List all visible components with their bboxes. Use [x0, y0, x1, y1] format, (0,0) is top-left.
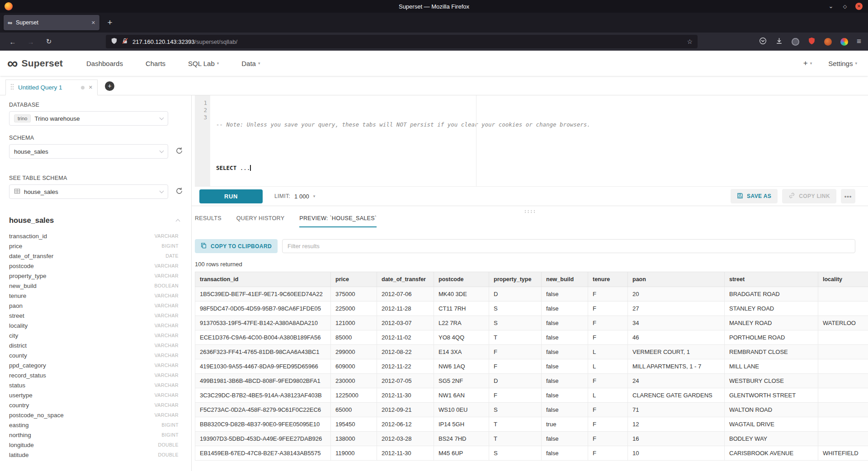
grid-column-header[interactable]: date_of_transfer — [377, 272, 434, 287]
grid-cell: BS24 7HD — [434, 432, 489, 446]
firefox-logo-icon — [5, 2, 13, 10]
new-item-menu[interactable]: +▾ — [803, 59, 812, 68]
grid-cell: WAGTAIL DRIVE — [725, 417, 818, 432]
table-column-row: easting BIGINT — [9, 420, 179, 430]
grid-cell: false — [542, 432, 588, 446]
extension-pinwheel-icon[interactable] — [840, 38, 848, 46]
reload-icon[interactable]: ↻ — [42, 38, 56, 46]
query-tab[interactable]: Untitled Query 1 ✕ — [5, 80, 98, 95]
pocket-icon[interactable] — [759, 37, 767, 47]
window-minimize-icon[interactable]: ⌄ — [827, 3, 835, 10]
tab-query-history[interactable]: QUERY HISTORY — [236, 215, 284, 227]
column-type: VARCHAR — [155, 233, 179, 239]
drag-grip-icon[interactable] — [10, 84, 14, 92]
grid-cell — [818, 432, 868, 446]
window-maximize-icon[interactable]: ◇ — [841, 3, 849, 10]
nav-item-sql-lab[interactable]: SQL Lab▾ — [188, 60, 219, 67]
nav-item-dashboards[interactable]: Dashboards — [86, 60, 123, 67]
query-tab-close-icon[interactable]: ✕ — [89, 85, 93, 90]
browser-tab[interactable]: ∞ Superset ✕ — [4, 15, 99, 30]
grid-cell: F — [588, 403, 628, 417]
grid-column-header[interactable]: property_type — [489, 272, 542, 287]
line-number: 1 — [195, 99, 207, 107]
column-type: VARCHAR — [155, 363, 179, 368]
grid-cell: NW6 1AQ — [434, 359, 489, 374]
grid-column-header[interactable]: new_build — [542, 272, 588, 287]
grid-cell: 225000 — [331, 301, 377, 316]
table-column-row: new_build BOOLEAN — [9, 281, 179, 291]
grid-cell: L — [588, 359, 628, 374]
downloads-icon[interactable] — [775, 37, 783, 47]
database-select-value: Trino warehouse — [34, 115, 80, 122]
save-as-button[interactable]: SAVE AS — [731, 189, 778, 203]
run-button[interactable]: RUN — [199, 189, 263, 203]
extension-badger-icon[interactable] — [824, 38, 832, 46]
menu-icon[interactable]: ≡ — [857, 37, 861, 46]
grid-cell — [818, 417, 868, 432]
chevron-down-icon — [160, 116, 164, 120]
table-column-row: county VARCHAR — [9, 350, 179, 360]
nav-item-data[interactable]: Data▾ — [241, 60, 260, 67]
grid-column-header[interactable]: locality — [818, 272, 868, 287]
query-tab-bar: Untitled Query 1 ✕ + — [0, 76, 868, 95]
grid-cell: false — [542, 316, 588, 330]
grid-cell: REMBRANDT CLOSE — [725, 345, 818, 359]
grid-column-header[interactable]: price — [331, 272, 377, 287]
column-type: VARCHAR — [155, 343, 179, 348]
table-select[interactable]: house_sales — [9, 184, 168, 199]
browser-tab-close-icon[interactable]: ✕ — [91, 20, 95, 26]
grid-cell: YO8 4QQ — [434, 330, 489, 345]
copy-link-button[interactable]: COPY LINK — [782, 189, 836, 203]
window-close-icon[interactable]: ✕ — [855, 3, 863, 10]
forward-icon[interactable]: → — [24, 38, 38, 46]
database-select[interactable]: trino Trino warehouse — [9, 111, 168, 126]
filter-results-input[interactable] — [282, 239, 855, 253]
grid-cell: 2012-06-12 — [377, 417, 434, 432]
refresh-schema-icon[interactable] — [175, 147, 183, 156]
settings-menu[interactable]: Settings▾ — [828, 60, 857, 67]
add-query-tab-button[interactable]: + — [105, 81, 114, 91]
more-options-button[interactable]: ••• — [841, 189, 855, 203]
grid-column-header[interactable]: postcode — [434, 272, 489, 287]
new-browser-tab-button[interactable]: + — [104, 18, 116, 28]
bookmark-star-icon[interactable]: ☆ — [687, 38, 693, 45]
tab-preview-house-sales[interactable]: PREVIEW: `HOUSE_SALES` — [299, 215, 377, 227]
grid-row: 193907D3-5DBD-453D-A49E-9FEE27DAB926 138… — [195, 432, 868, 446]
panel-drag-handle-icon[interactable] — [524, 207, 536, 215]
copy-to-clipboard-button[interactable]: COPY TO CLIPBOARD — [195, 239, 278, 253]
editor-code-area[interactable]: -- Note: Unless you save your query, the… — [210, 95, 868, 186]
grid-cell: 3C3C29DC-B7B2-4BE5-914A-A38123AF403B — [195, 388, 331, 403]
insecure-lock-icon[interactable] — [122, 38, 128, 46]
limit-dropdown[interactable]: LIMIT: 1 000 ▾ — [274, 193, 315, 200]
grid-column-header[interactable]: paon — [628, 272, 725, 287]
grid-cell: T — [489, 330, 542, 345]
grid-cell: ECE1D376-C9A6-4C00-B004-A380B189FA56 — [195, 330, 331, 345]
nav-item-charts[interactable]: Charts — [146, 60, 165, 67]
plus-icon: + — [803, 59, 808, 68]
grid-column-header[interactable]: street — [725, 272, 818, 287]
grid-cell: 98F5DC47-0D05-4D59-95B7-98CA6F1FDE05 — [195, 301, 331, 316]
grid-column-header[interactable]: transaction_id — [195, 272, 331, 287]
schema-select[interactable]: house_sales — [9, 144, 168, 159]
grid-column-header[interactable]: tenure — [588, 272, 628, 287]
grid-cell: 193907D3-5DBD-453D-A49E-9FEE27DAB926 — [195, 432, 331, 446]
url-bar[interactable]: 217.160.120.143:32393/superset/sqllab/ ☆ — [106, 35, 698, 48]
tab-results[interactable]: RESULTS — [195, 215, 222, 227]
grid-cell: false — [542, 287, 588, 301]
superset-brand[interactable]: ∞ Superset — [7, 57, 63, 70]
shield-icon[interactable] — [111, 38, 118, 46]
collapse-chevron-up-icon[interactable] — [176, 219, 180, 224]
column-name: latitude — [9, 452, 29, 458]
grid-cell: 27 — [628, 301, 725, 316]
chevron-down-icon: ▾ — [217, 61, 219, 66]
table-column-row: date_of_transfer DATE — [9, 251, 179, 261]
table-column-row: tenure VARCHAR — [9, 291, 179, 301]
column-name: status — [9, 382, 25, 389]
superset-favicon-icon: ∞ — [8, 19, 12, 26]
grid-cell: WATERLOO — [818, 316, 868, 330]
extension-containers-icon[interactable] — [792, 38, 799, 46]
refresh-table-icon[interactable] — [175, 187, 183, 197]
sql-editor[interactable]: 1 2 3 -- Note: Unless you save your quer… — [195, 95, 868, 187]
extension-ublock-icon[interactable] — [808, 37, 816, 47]
back-icon[interactable]: ← — [5, 38, 20, 46]
